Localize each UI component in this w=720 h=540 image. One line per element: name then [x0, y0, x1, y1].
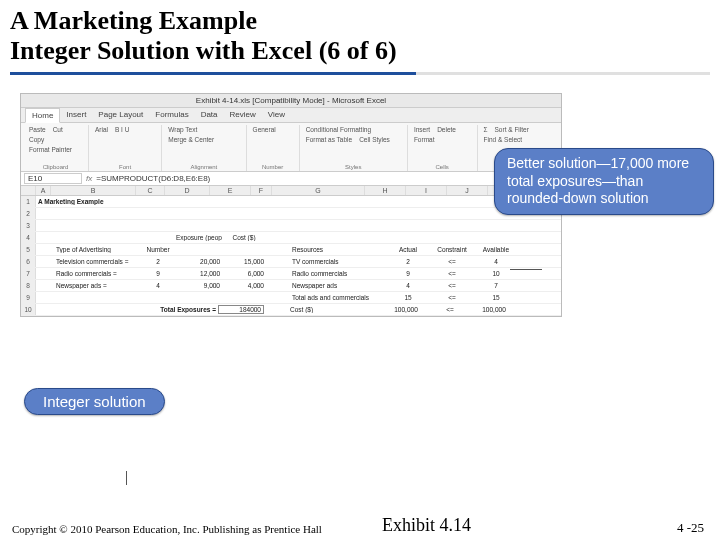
alignment-label: Alignment — [166, 164, 241, 170]
cell: 4 — [474, 258, 518, 265]
find-select-button[interactable]: Find & Select — [482, 136, 525, 143]
row-header[interactable]: 1 — [21, 196, 36, 207]
cell: 9 — [142, 270, 174, 277]
sort-filter-button[interactable]: Sort & Filter — [493, 126, 531, 133]
delete-button[interactable]: Delete — [435, 126, 458, 133]
row-header[interactable]: 6 — [21, 256, 36, 267]
hdr-resources: Resources — [290, 246, 386, 253]
ribbon-group-styles: Conditional Formatting Format as Table C… — [300, 125, 408, 171]
ribbon-group-number: General Number — [247, 125, 300, 171]
merge-center-button[interactable]: Merge & Center — [166, 136, 216, 143]
table-row: 7Radio commercials =912,0006,000Radio co… — [21, 268, 561, 280]
cell: 184000 — [218, 305, 264, 314]
font-style-buttons[interactable]: B I U — [113, 126, 131, 133]
title-line-2: Integer Solution with Excel (6 of 6) — [10, 36, 710, 66]
hdr-type: Type of Advertising — [54, 246, 142, 253]
tab-insert[interactable]: Insert — [60, 108, 92, 122]
hdr-cost: Cost ($) — [222, 234, 266, 241]
tab-page-layout[interactable]: Page Layout — [92, 108, 149, 122]
cell: 100,000 — [384, 306, 428, 313]
excel-window: Exhibit 4-14.xls [Compatibility Mode] - … — [20, 93, 562, 317]
row-header[interactable]: 10 — [21, 304, 36, 315]
ribbon-group-alignment: Wrap Text Merge & Center Alignment — [162, 125, 246, 171]
excel-ribbon: Paste Cut Copy Format Painter Clipboard … — [21, 123, 561, 172]
conditional-formatting-button[interactable]: Conditional Formatting — [304, 126, 373, 133]
tab-home[interactable]: Home — [25, 108, 60, 123]
copyright-text: Copyright © 2010 Pearson Education, Inc.… — [12, 523, 342, 536]
row-header[interactable]: 5 — [21, 244, 36, 255]
callout-integer-solution: Integer solution — [24, 388, 165, 415]
col-H[interactable]: H — [365, 186, 406, 195]
table-row: 8Newspaper ads =49,0004,000Newspaper ads… — [21, 280, 561, 292]
cell: 9,000 — [174, 282, 222, 289]
autosum-button[interactable]: Σ — [482, 126, 490, 133]
col-G[interactable]: G — [272, 186, 365, 195]
cell: 4 — [386, 282, 430, 289]
table-row: 5 Type of Advertising Number Resources A… — [21, 244, 561, 256]
col-B[interactable]: B — [51, 186, 136, 195]
table-row: 2 — [21, 208, 561, 220]
clipboard-label: Clipboard — [27, 164, 84, 170]
title-line-1: A Marketing Example — [10, 6, 710, 36]
hdr-available: Available — [474, 246, 518, 253]
table-row: 1 A Marketing Example — [21, 196, 561, 208]
font-label: Font — [93, 164, 157, 170]
row-header[interactable]: 7 — [21, 268, 36, 279]
cell: 10 — [474, 270, 518, 277]
cell-styles-button[interactable]: Cell Styles — [357, 136, 392, 143]
row-header[interactable]: 9 — [21, 292, 36, 303]
name-box[interactable]: E10 — [24, 173, 82, 184]
formula-text[interactable]: =SUMPRODUCT(D6:D8,E6:E8) — [96, 174, 558, 183]
col-D[interactable]: D — [165, 186, 210, 195]
ribbon-group-clipboard: Paste Cut Copy Format Painter Clipboard — [23, 125, 89, 171]
cell: 9 — [386, 270, 430, 277]
format-button[interactable]: Format — [412, 136, 437, 143]
tab-view[interactable]: View — [262, 108, 291, 122]
title-underline — [10, 72, 710, 75]
cell: Television commercials = — [54, 258, 142, 265]
row-header[interactable]: 4 — [21, 232, 36, 243]
table-row: 4 Exposure (people/ad) Cost ($) — [21, 232, 561, 244]
page-number: 4 -25 — [677, 520, 708, 536]
col-J[interactable]: J — [447, 186, 488, 195]
col-F[interactable]: F — [251, 186, 272, 195]
hdr-exposure: Exposure (people/ad) — [174, 234, 222, 241]
format-painter-button[interactable]: Format Painter — [27, 146, 74, 153]
ribbon-group-cells: Insert Delete Format Cells — [408, 125, 478, 171]
col-I[interactable]: I — [406, 186, 447, 195]
wrap-text-button[interactable]: Wrap Text — [166, 126, 199, 133]
number-format[interactable]: General — [251, 126, 278, 133]
cell: <= — [430, 270, 474, 277]
cell: 20,000 — [174, 258, 222, 265]
tab-review[interactable]: Review — [224, 108, 262, 122]
tab-data[interactable]: Data — [195, 108, 224, 122]
hdr-actual: Actual — [386, 246, 430, 253]
exhibit-label: Exhibit 4.14 — [342, 515, 677, 536]
font-name[interactable]: Arial — [93, 126, 110, 133]
cell: <= — [430, 294, 474, 301]
row-header[interactable]: 2 — [21, 208, 36, 219]
copy-button[interactable]: Copy — [27, 136, 46, 143]
cut-button[interactable]: Cut — [51, 126, 65, 133]
cell: <= — [428, 306, 472, 313]
row-header[interactable]: 3 — [21, 220, 36, 231]
col-E[interactable]: E — [210, 186, 251, 195]
excel-ribbon-tabs: Home Insert Page Layout Formulas Data Re… — [21, 108, 561, 123]
cell: Total Exposures = — [142, 306, 218, 313]
number-label: Number — [251, 164, 295, 170]
format-as-table-button[interactable]: Format as Table — [304, 136, 354, 143]
cell: 12,000 — [174, 270, 222, 277]
cells-label: Cells — [412, 164, 473, 170]
cell: <= — [430, 258, 474, 265]
slide-footer: Copyright © 2010 Pearson Education, Inc.… — [0, 515, 720, 536]
col-A[interactable]: A — [36, 186, 51, 195]
col-C[interactable]: C — [136, 186, 165, 195]
insert-button[interactable]: Insert — [412, 126, 432, 133]
row-header[interactable]: 8 — [21, 280, 36, 291]
cell: 4 — [142, 282, 174, 289]
cell: 15,000 — [222, 258, 266, 265]
tab-formulas[interactable]: Formulas — [149, 108, 194, 122]
paste-button[interactable]: Paste — [27, 126, 48, 133]
cell: 7 — [474, 282, 518, 289]
cell: Newspaper ads — [290, 282, 386, 289]
